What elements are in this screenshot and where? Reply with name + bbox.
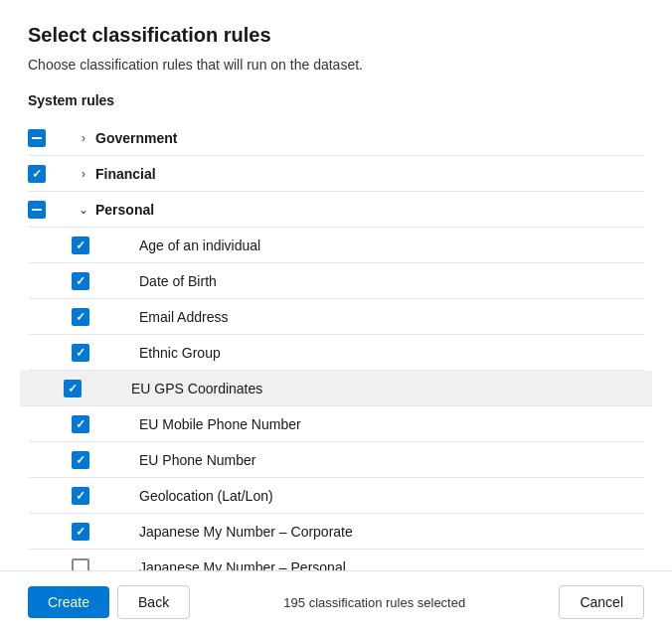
label-dob: Date of Birth — [139, 273, 644, 289]
rule-row-dob: ✓Date of Birth — [28, 263, 644, 299]
checkbox-dob[interactable]: ✓ — [72, 272, 89, 290]
rule-row-jp_personal: Japanese My Number – Personal — [28, 550, 644, 570]
label-eu_gps: EU GPS Coordinates — [131, 381, 644, 396]
checkbox-jp_corporate[interactable]: ✓ — [72, 523, 89, 541]
rule-row-eu_gps: ✓EU GPS Coordinates — [20, 371, 652, 406]
checkbox-area-jp_personal[interactable] — [72, 558, 115, 570]
checkbox-age[interactable]: ✓ — [72, 237, 89, 254]
checkbox-government[interactable] — [28, 129, 46, 147]
label-geolocation: Geolocation (Lat/Lon) — [139, 488, 644, 504]
checkbox-eu_gps[interactable]: ✓ — [64, 380, 82, 397]
checkbox-area-age[interactable]: ✓ — [72, 237, 115, 254]
rule-row-eu_phone: ✓EU Phone Number — [28, 442, 644, 478]
footer-status: 195 classification rules selected — [198, 595, 551, 610]
expand-icon-personal[interactable]: ⌄ — [72, 203, 95, 217]
rule-row-jp_corporate: ✓Japanese My Number – Corporate — [28, 514, 644, 550]
label-government: Government — [95, 130, 644, 146]
create-button[interactable]: Create — [28, 586, 109, 618]
expand-icon-financial[interactable]: › — [72, 167, 95, 181]
checkbox-area-eu_mobile[interactable]: ✓ — [72, 415, 115, 433]
label-jp_personal: Japanese My Number – Personal — [139, 559, 644, 570]
rule-row-financial: ✓ › Financial — [28, 156, 644, 192]
main-content: Select classification rules Choose class… — [0, 0, 672, 570]
checkbox-area-government[interactable] — [28, 129, 72, 147]
label-email: Email Address — [139, 309, 644, 325]
checkbox-area-geolocation[interactable]: ✓ — [72, 487, 115, 505]
checkbox-personal[interactable] — [28, 201, 46, 219]
back-button[interactable]: Back — [117, 585, 190, 619]
checkbox-eu_mobile[interactable]: ✓ — [72, 415, 89, 433]
checkbox-area-personal[interactable] — [28, 201, 72, 219]
checkbox-area-ethnic[interactable]: ✓ — [72, 344, 115, 362]
checkbox-email[interactable]: ✓ — [72, 308, 89, 326]
section-title: System rules — [28, 92, 644, 108]
checkbox-area-financial[interactable]: ✓ — [28, 165, 72, 183]
rule-row-ethnic: ✓Ethnic Group — [28, 335, 644, 371]
label-jp_corporate: Japanese My Number – Corporate — [139, 524, 644, 540]
rule-row-age: ✓Age of an individual — [28, 228, 644, 263]
checkbox-ethnic[interactable]: ✓ — [72, 344, 89, 362]
checkbox-area-eu_phone[interactable]: ✓ — [72, 451, 115, 469]
checkbox-area-email[interactable]: ✓ — [72, 308, 115, 326]
checkbox-area-jp_corporate[interactable]: ✓ — [72, 523, 115, 541]
checkbox-area-dob[interactable]: ✓ — [72, 272, 115, 290]
footer: Create Back 195 classification rules sel… — [0, 570, 672, 633]
checkbox-eu_phone[interactable]: ✓ — [72, 451, 89, 469]
rule-row-personal: ⌄ Personal — [28, 192, 644, 228]
expand-icon-government[interactable]: › — [72, 131, 95, 145]
page-subtitle: Choose classification rules that will ru… — [28, 57, 644, 73]
checkbox-geolocation[interactable]: ✓ — [72, 487, 89, 505]
label-eu_mobile: EU Mobile Phone Number — [139, 416, 644, 432]
label-eu_phone: EU Phone Number — [139, 452, 644, 468]
page-title: Select classification rules — [28, 24, 644, 47]
label-age: Age of an individual — [139, 237, 644, 253]
rule-row-geolocation: ✓Geolocation (Lat/Lon) — [28, 478, 644, 514]
cancel-button[interactable]: Cancel — [559, 585, 644, 619]
label-personal: Personal — [95, 202, 644, 218]
rule-row-government: › Government — [28, 120, 644, 156]
label-financial: Financial — [95, 166, 644, 182]
rule-row-email: ✓Email Address — [28, 299, 644, 335]
label-ethnic: Ethnic Group — [139, 345, 644, 361]
rule-row-eu_mobile: ✓EU Mobile Phone Number — [28, 406, 644, 442]
checkbox-area-eu_gps[interactable]: ✓ — [64, 380, 107, 397]
checkbox-financial[interactable]: ✓ — [28, 165, 46, 183]
checkbox-jp_personal[interactable] — [72, 558, 89, 570]
personal-children-list: ✓Age of an individual✓Date of Birth✓Emai… — [28, 228, 644, 570]
